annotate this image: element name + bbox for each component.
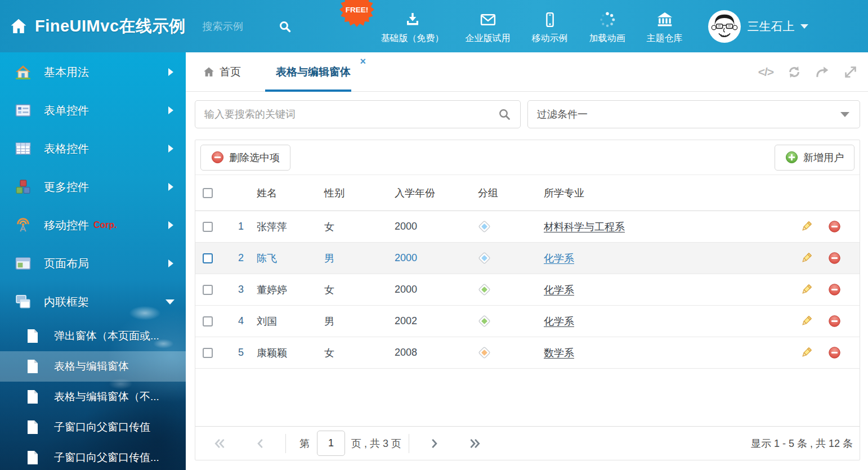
edit-button[interactable] (792, 283, 820, 296)
search-icon[interactable] (278, 20, 292, 33)
chevron-right-icon (168, 259, 173, 267)
table-row[interactable]: 1 张萍萍 女 2000 材料科学与工程系 (195, 211, 860, 243)
column-header-name[interactable]: 姓名 (248, 186, 318, 200)
spinner-icon (599, 8, 616, 28)
edit-button[interactable] (792, 220, 820, 233)
table-row[interactable]: 5 康颖颖 女 2008 数学系 (195, 337, 860, 369)
row-checkbox[interactable] (203, 222, 213, 232)
tab-home[interactable]: 首页 (203, 65, 241, 79)
row-checkbox[interactable] (203, 348, 213, 358)
sidebar-subitem-popup-window[interactable]: 弹出窗体（本页面或... (0, 321, 186, 351)
pager-divider (285, 434, 286, 453)
sidebar-item-grid-controls[interactable]: 表格控件 (0, 129, 186, 168)
major-link[interactable]: 化学系 (544, 253, 574, 264)
column-header-major[interactable]: 所学专业 (535, 186, 792, 200)
prev-page-icon[interactable] (254, 437, 267, 450)
last-page-icon[interactable] (468, 437, 481, 450)
table-row[interactable]: 4 刘国 男 2002 化学系 (195, 306, 860, 337)
sidebar-subitem-child-to-parent[interactable]: 子窗口向父窗口传值 (0, 412, 186, 442)
user-menu[interactable]: 三生石上 (708, 10, 808, 43)
nav-mobile-demo[interactable]: 移动示例 (532, 8, 568, 44)
keyword-search-input[interactable]: 输入要搜索的关键词 (195, 100, 521, 128)
edit-button[interactable] (792, 315, 820, 328)
major-link[interactable]: 化学系 (544, 316, 574, 327)
delete-button[interactable] (820, 220, 848, 233)
document-icon (26, 329, 39, 343)
fullscreen-icon[interactable] (843, 65, 858, 79)
major-link[interactable]: 化学系 (544, 284, 574, 296)
mobile-icon (542, 8, 558, 28)
sidebar-subitem-grid-edit-window[interactable]: 表格与编辑窗体 (0, 351, 186, 382)
nav-enterprise-trial[interactable]: 企业版试用 (466, 8, 511, 44)
major-link[interactable]: 数学系 (544, 347, 574, 359)
search-icon[interactable] (498, 108, 511, 121)
page: FineUIMvc在线示例 搜索示例 FREE! 基础版（免费） (0, 0, 868, 470)
sidebar-item-mobile-controls[interactable]: 移动控件 Corp. (0, 206, 186, 244)
open-new-window-icon[interactable] (815, 65, 830, 79)
select-all-checkbox[interactable] (203, 188, 213, 198)
delete-button[interactable] (820, 315, 848, 328)
sidebar-item-basic-usage[interactable]: 基本用法 (0, 53, 186, 91)
major-link[interactable]: 材料科学与工程系 (544, 221, 625, 232)
close-icon[interactable]: × (360, 56, 366, 68)
add-user-button[interactable]: 新增用户 (775, 145, 854, 171)
document-icon (26, 450, 39, 465)
table-row[interactable]: 2 陈飞 男 2000 化学系 (195, 243, 860, 274)
row-number: 1 (220, 221, 248, 232)
column-header-year[interactable]: 入学年份 (389, 186, 470, 200)
pager-divider (409, 434, 409, 453)
first-page-icon[interactable] (213, 437, 227, 450)
sidebar-item-label: 内联框架 (44, 294, 89, 310)
row-checkbox[interactable] (203, 285, 213, 295)
tab-grid-edit-window[interactable]: 表格与编辑窗体 × (276, 52, 351, 92)
filter-dropdown[interactable]: 过滤条件一 (527, 100, 860, 128)
edit-button[interactable] (792, 252, 820, 265)
sidebar-item-page-layout[interactable]: 页面布局 (0, 244, 186, 283)
sidebar-item-label: 表格控件 (44, 141, 89, 156)
brand[interactable]: FineUIMvc在线示例 (9, 15, 186, 38)
header-search[interactable]: 搜索示例 (203, 20, 312, 33)
page-number-input[interactable]: 1 (317, 431, 345, 456)
user-name: 三生石上 (748, 19, 795, 34)
nav-label: 加载动画 (589, 33, 625, 44)
tag-icon (478, 346, 491, 359)
chevron-down-icon (800, 24, 808, 29)
delete-button[interactable] (820, 252, 848, 265)
sidebar-subitem-grid-edit-window-2[interactable]: 表格与编辑窗体（不... (0, 382, 186, 412)
sidebar-item-label: 更多控件 (44, 180, 89, 195)
refresh-icon[interactable] (787, 65, 802, 79)
nav-basic-free[interactable]: FREE! 基础版（免费） (381, 8, 444, 44)
nav-loading-animations[interactable]: 加载动画 (589, 8, 625, 44)
sidebar-item-iframe[interactable]: 内联框架 (0, 283, 186, 321)
row-checkbox[interactable] (203, 316, 213, 326)
sidebar-subitem-label: 子窗口向父窗口传值... (54, 450, 159, 465)
plus-circle-icon (785, 151, 798, 164)
delete-button[interactable] (820, 283, 848, 296)
tab-bar: 首页 表格与编辑窗体 × </> (186, 52, 868, 92)
column-header-gender[interactable]: 性别 (318, 186, 389, 200)
column-header-group[interactable]: 分组 (470, 186, 535, 200)
sidebar-subitem-label: 子窗口向父窗口传值 (54, 420, 150, 435)
sidebar-item-more-controls[interactable]: 更多控件 (0, 168, 186, 206)
delete-button[interactable] (820, 346, 848, 359)
avatar (708, 10, 741, 43)
sidebar-subitem-label: 表格与编辑窗体（不... (54, 390, 159, 404)
cell-year: 2000 (389, 284, 470, 296)
header-search-placeholder: 搜索示例 (203, 20, 243, 33)
next-page-icon[interactable] (427, 437, 441, 450)
delete-selected-button[interactable]: 删除选中项 (200, 145, 290, 171)
filter-row: 输入要搜索的关键词 过滤条件一 (195, 100, 860, 128)
document-icon (26, 359, 39, 374)
top-bar: FineUIMvc在线示例 搜索示例 FREE! 基础版（免费） (0, 0, 868, 52)
sidebar-item-form-controls[interactable]: 表单控件 (0, 91, 186, 129)
row-checkbox[interactable] (203, 253, 213, 263)
sidebar-subitem-child-to-parent-2[interactable]: 子窗口向父窗口传值... (0, 442, 186, 470)
edit-button[interactable] (792, 346, 820, 359)
chevron-down-icon (840, 112, 849, 117)
table-row[interactable]: 3 董婷婷 女 2000 化学系 (195, 274, 860, 306)
layout-icon (15, 255, 32, 272)
nav-theme-store[interactable]: 主题仓库 (647, 8, 683, 44)
tag-icon (478, 220, 491, 233)
cell-gender: 男 (318, 252, 389, 265)
view-source-icon[interactable]: </> (758, 65, 773, 79)
